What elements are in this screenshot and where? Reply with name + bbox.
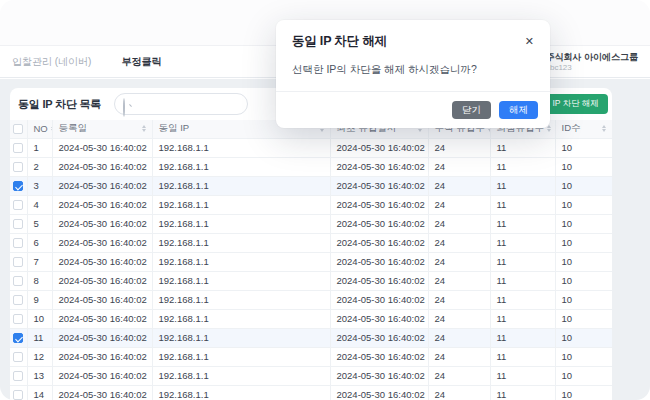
row-checkbox-cell [10,214,27,233]
dialog-message: 선택한 IP의 차단을 해제 하시겠습니까? [276,50,550,91]
cell-first-inflow: 2024-05-30 16:40:02 [330,233,428,252]
cell-registered-date: 2024-05-30 16:40:02 [52,233,152,252]
cell-id-count: 10 [555,271,612,290]
row-checkbox-cell [10,328,27,347]
cell-registered-date: 2024-05-30 16:40:02 [52,157,152,176]
row-checkbox-cell [10,385,27,400]
cell-first-inflow: 2024-05-30 16:40:02 [330,214,428,233]
cell-suspicious-inflow: 11 [490,328,555,347]
cell-ip: 192.168.1.1 [152,138,330,157]
cell-id-count: 10 [555,385,612,400]
row-checkbox[interactable] [13,314,23,324]
tab-fraud-click[interactable]: 부정클릭 [121,55,161,69]
table-row[interactable]: 12 2024-05-30 16:40:02 192.168.1.1 2024-… [10,347,612,366]
cell-no: 10 [27,309,52,328]
cell-registered-date: 2024-05-30 16:40:02 [52,195,152,214]
table-row[interactable]: 8 2024-05-30 16:40:02 192.168.1.1 2024-0… [10,271,612,290]
search-input[interactable] [114,93,248,115]
cell-suspicious-inflow: 11 [490,252,555,271]
cell-suspicious-inflow: 11 [490,366,555,385]
cell-cumulative-inflow: 24 [428,328,490,347]
cell-cumulative-inflow: 24 [428,347,490,366]
table-row[interactable]: 14 2024-05-30 16:40:02 192.168.1.1 2024-… [10,385,612,400]
column-header[interactable]: 등록일 [52,120,152,138]
cell-first-inflow: 2024-05-30 16:40:02 [330,290,428,309]
cell-suspicious-inflow: 11 [490,290,555,309]
close-button[interactable]: 닫기 [452,101,491,119]
cell-id-count: 10 [555,347,612,366]
column-header[interactable]: ID수 [555,120,612,138]
cell-cumulative-inflow: 24 [428,138,490,157]
row-checkbox-cell [10,138,27,157]
cell-cumulative-inflow: 24 [428,157,490,176]
cell-no: 6 [27,233,52,252]
table-row[interactable]: 13 2024-05-30 16:40:02 192.168.1.1 2024-… [10,366,612,385]
cell-suspicious-inflow: 11 [490,176,555,195]
ip-unblock-button[interactable]: IP 차단 해제 [543,94,608,114]
column-label: NO [34,123,48,134]
select-all-checkbox[interactable] [13,124,23,134]
row-checkbox[interactable] [13,143,23,153]
cell-no: 13 [27,366,52,385]
cell-ip: 192.168.1.1 [152,271,330,290]
cell-cumulative-inflow: 24 [428,271,490,290]
cell-first-inflow: 2024-05-30 16:40:02 [330,176,428,195]
table-row[interactable]: 6 2024-05-30 16:40:02 192.168.1.1 2024-0… [10,233,612,252]
cell-first-inflow: 2024-05-30 16:40:02 [330,157,428,176]
table-row[interactable]: 7 2024-05-30 16:40:02 192.168.1.1 2024-0… [10,252,612,271]
table-row[interactable]: 5 2024-05-30 16:40:02 192.168.1.1 2024-0… [10,214,612,233]
table-row[interactable]: 3 2024-05-30 16:40:02 192.168.1.1 2024-0… [10,176,612,195]
row-checkbox-cell [10,195,27,214]
row-checkbox[interactable] [13,371,23,381]
confirm-unblock-button[interactable]: 해제 [499,101,538,119]
cell-registered-date: 2024-05-30 16:40:02 [52,290,152,309]
row-checkbox[interactable] [13,295,23,305]
cell-registered-date: 2024-05-30 16:40:02 [52,214,152,233]
row-checkbox[interactable] [13,352,23,362]
cell-id-count: 10 [555,309,612,328]
cell-ip: 192.168.1.1 [152,328,330,347]
sort-icon[interactable] [142,125,146,132]
sort-icon[interactable] [602,125,606,132]
cell-first-inflow: 2024-05-30 16:40:02 [330,271,428,290]
search-box [114,93,248,115]
cell-suspicious-inflow: 11 [490,157,555,176]
cell-registered-date: 2024-05-30 16:40:02 [52,366,152,385]
row-checkbox[interactable] [13,390,23,400]
cell-id-count: 10 [555,290,612,309]
table-row[interactable]: 1 2024-05-30 16:40:02 192.168.1.1 2024-0… [10,138,612,157]
cell-registered-date: 2024-05-30 16:40:02 [52,176,152,195]
table-row[interactable]: 11 2024-05-30 16:40:02 192.168.1.1 2024-… [10,328,612,347]
cell-cumulative-inflow: 24 [428,385,490,400]
row-checkbox[interactable] [13,162,23,172]
row-checkbox[interactable] [13,257,23,267]
cell-no: 11 [27,328,52,347]
cell-first-inflow: 2024-05-30 16:40:02 [330,347,428,366]
cell-ip: 192.168.1.1 [152,233,330,252]
cell-cumulative-inflow: 24 [428,366,490,385]
cell-ip: 192.168.1.1 [152,366,330,385]
table-row[interactable]: 4 2024-05-30 16:40:02 192.168.1.1 2024-0… [10,195,612,214]
cell-no: 7 [27,252,52,271]
close-icon[interactable]: ✕ [525,36,534,47]
row-checkbox[interactable] [13,238,23,248]
row-checkbox[interactable] [13,181,23,191]
cell-no: 4 [27,195,52,214]
column-header[interactable]: NO [27,120,52,138]
table-row[interactable]: 10 2024-05-30 16:40:02 192.168.1.1 2024-… [10,309,612,328]
table-row[interactable]: 9 2024-05-30 16:40:02 192.168.1.1 2024-0… [10,290,612,309]
row-checkbox[interactable] [13,200,23,210]
cell-no: 3 [27,176,52,195]
row-checkbox[interactable] [13,333,23,343]
cell-first-inflow: 2024-05-30 16:40:02 [330,252,428,271]
row-checkbox-cell [10,309,27,328]
tab-bid-management[interactable]: 입찰관리 (네이버) [12,55,91,69]
cell-no: 1 [27,138,52,157]
cell-no: 9 [27,290,52,309]
table-row[interactable]: 2 2024-05-30 16:40:02 192.168.1.1 2024-0… [10,157,612,176]
cell-first-inflow: 2024-05-30 16:40:02 [330,328,428,347]
row-checkbox[interactable] [13,276,23,286]
user-id: abc123 [545,63,638,72]
row-checkbox[interactable] [13,219,23,229]
column-label: ID수 [562,122,581,135]
